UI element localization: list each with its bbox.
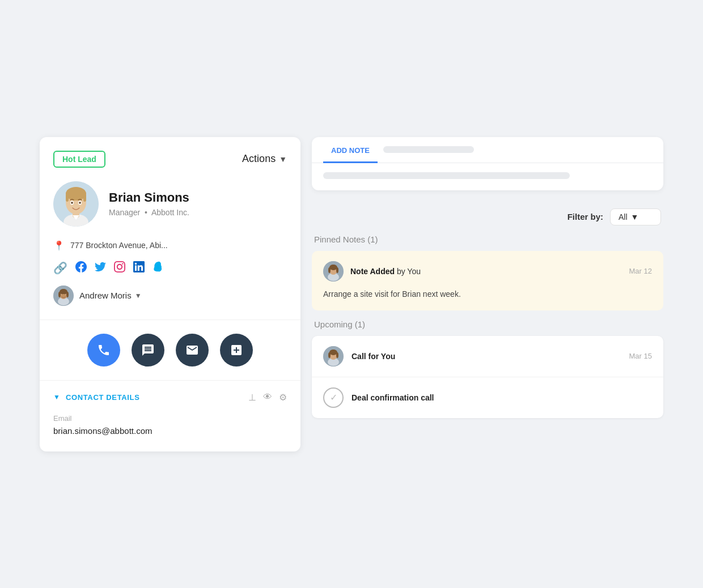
email-label: Email [53,414,287,423]
upcoming-card: Call for You Mar 15 ✓ Deal confirmation … [312,336,663,418]
visibility-icon[interactable]: 👁 [263,392,272,403]
left-panel: Hot Lead Actions ▼ [40,137,300,451]
phone-button[interactable] [87,334,120,367]
location-icon: 📍 [53,240,65,251]
tab-placeholder-1 [383,146,474,153]
panel-header: Hot Lead Actions ▼ [40,137,300,177]
contact-subtitle: Manager • Abbott Inc. [109,208,189,217]
contact-details-title: CONTACT DETAILS [66,393,140,402]
svg-point-22 [329,265,337,270]
action-buttons-row [40,320,300,380]
note-input-bar[interactable] [323,172,570,179]
filter-label: Filter by: [568,212,603,221]
facebook-icon[interactable] [75,261,87,275]
note-header: Note Added by You Mar 12 [323,261,652,282]
skype-icon[interactable] [153,261,164,275]
note-body: Arrange a site visit for Brian next week… [323,288,652,300]
filter-chevron-icon: ▼ [631,212,639,221]
email-value: brian.simons@abbott.com [53,426,287,436]
layers-button[interactable] [220,334,253,367]
filter-select[interactable]: All ▼ [610,208,661,225]
assignee-row: Andrew Moris ▼ [40,286,300,319]
svg-point-5 [66,187,86,201]
svg-point-29 [328,352,331,358]
social-row: 🔗 [40,261,300,286]
upcoming-avatar [323,346,344,367]
svg-rect-7 [83,194,86,202]
svg-point-15 [60,289,67,295]
upcoming-title-2: Deal confirmation call [352,393,652,402]
contact-avatar [53,181,99,227]
check-circle-icon: ✓ [323,387,344,408]
upcoming-section: Upcoming (1) Call for Y [312,319,663,418]
assignee-name[interactable]: Andrew Moris ▼ [79,291,142,300]
svg-rect-6 [66,194,69,202]
main-container: Hot Lead Actions ▼ [40,137,663,451]
header-icons: ⊥ 👁 ⚙ [248,392,287,403]
assignee-chevron-icon: ▼ [135,292,142,300]
pinned-note-card: Note Added by You Mar 12 Arrange a site … [312,251,663,310]
note-title: Note Added by You [350,267,622,276]
contact-name: Brian Simons [109,190,189,205]
linkedin-icon[interactable] [133,261,145,275]
instagram-icon[interactable] [114,261,125,275]
contact-details-header: ▼ CONTACT DETAILS ⊥ 👁 ⚙ [53,392,287,403]
svg-point-24 [336,267,338,273]
pinned-notes-label: Pinned Notes (1) [312,235,663,244]
svg-point-17 [66,292,69,297]
chat-button[interactable] [132,334,164,367]
merge-icon[interactable]: ⊥ [248,392,256,403]
note-input-area [312,163,663,190]
filter-row: Filter by: All ▼ [312,199,663,235]
toggle-icon[interactable]: ▼ [53,393,60,401]
svg-point-28 [329,350,337,355]
twitter-icon[interactable] [95,261,106,275]
profile-info: Brian Simons Manager • Abbott Inc. [109,190,189,218]
note-date: Mar 12 [629,267,652,275]
svg-point-10 [71,202,73,204]
link-icon[interactable]: 🔗 [53,261,67,275]
address-row: 📍 777 Brockton Avenue, Abi... [40,240,300,261]
upcoming-label: Upcoming (1) [312,319,663,329]
notes-card: ADD NOTE [312,137,663,190]
right-panel: ADD NOTE Filter by: All ▼ Pinned Notes (… [312,137,663,418]
upcoming-item-2: ✓ Deal confirmation call [312,377,663,418]
note-avatar [323,261,344,282]
svg-point-16 [58,292,61,297]
svg-point-23 [328,267,331,273]
svg-point-11 [79,202,81,204]
contact-details-section: ▼ CONTACT DETAILS ⊥ 👁 ⚙ Email brian.simo… [40,381,300,451]
profile-section: Brian Simons Manager • Abbott Inc. [40,177,300,240]
upcoming-item-1: Call for You Mar 15 [312,336,663,377]
assignee-avatar [53,286,74,306]
svg-point-30 [336,352,338,358]
settings-icon[interactable]: ⚙ [279,392,287,403]
actions-button[interactable]: Actions ▼ [242,153,287,165]
tabs-row: ADD NOTE [312,137,663,163]
mail-button[interactable] [176,334,209,367]
tab-add-note[interactable]: ADD NOTE [323,137,378,163]
actions-chevron-icon: ▼ [279,155,287,164]
upcoming-title-1: Call for You [352,352,621,361]
upcoming-date-1: Mar 15 [629,352,652,360]
address-text: 777 Brockton Avenue, Abi... [70,241,168,250]
hot-lead-badge: Hot Lead [53,151,105,168]
